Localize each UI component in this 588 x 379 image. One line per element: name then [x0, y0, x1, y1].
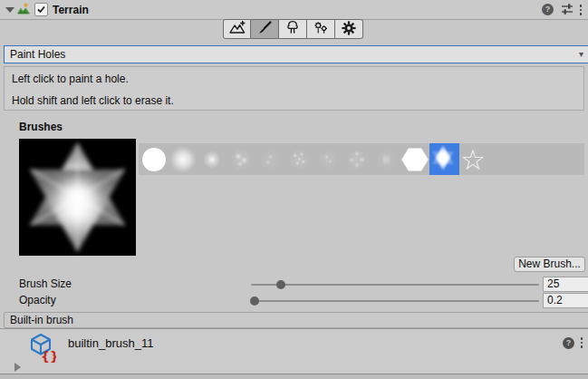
new-brush-button[interactable]: New Brush...	[514, 257, 585, 272]
help-box-line-1: Left click to paint a hole.	[12, 73, 129, 85]
tool-paint-trees-button[interactable]	[279, 19, 307, 39]
terrain-component-icon	[16, 2, 31, 19]
brush-size-slider-knob[interactable]	[276, 280, 285, 289]
terrain-tool-toolbar	[223, 19, 363, 39]
tool-paint-details-button[interactable]	[307, 19, 335, 39]
brush-asset-header: {} builtin_brush_11 ?	[0, 328, 588, 374]
brush-thumbnail[interactable]	[401, 146, 429, 173]
selected-brush-preview	[19, 139, 136, 256]
brush-size-value-field[interactable]: 25	[543, 277, 588, 292]
opacity-label: Opacity	[19, 294, 56, 306]
tool-terrain-settings-button[interactable]	[335, 19, 363, 39]
brush-size-label: Brush Size	[19, 277, 72, 290]
brush-palette: ☆	[139, 143, 584, 175]
component-enabled-checkbox[interactable]	[34, 3, 48, 16]
scriptable-object-icon: {}	[29, 333, 56, 366]
brush-thumbnail[interactable]	[285, 146, 313, 173]
brush-thumbnail[interactable]	[140, 146, 168, 173]
brush-thumbnail[interactable]	[372, 146, 400, 173]
star-outline-icon: ☆	[459, 146, 487, 173]
paint-tool-dropdown-value: Paint Holes	[10, 48, 65, 61]
brush-thumbnail[interactable]	[256, 146, 284, 173]
kebab-menu-icon[interactable]	[579, 5, 583, 15]
brush-asset-name: builtin_brush_11	[68, 336, 153, 350]
component-title: Terrain	[53, 4, 89, 16]
brush-thumbnail[interactable]	[343, 146, 371, 173]
presets-icon[interactable]	[560, 3, 574, 18]
brush-thumbnail[interactable]	[169, 146, 197, 173]
brush-thumbnail-selected[interactable]	[429, 143, 459, 175]
help-box-line-2: Hold shift and left click to erase it.	[12, 94, 174, 107]
opacity-slider-knob[interactable]	[250, 296, 259, 306]
tool-paint-terrain-button[interactable]	[251, 19, 279, 39]
terrain-inspector-panel: Terrain ?	[0, 0, 588, 379]
chevron-down-icon: ▾	[579, 46, 583, 63]
brush-thumbnail[interactable]	[198, 146, 226, 173]
panel-bottom-divider	[0, 374, 588, 379]
flowers-icon	[313, 20, 329, 38]
opacity-slider[interactable]	[251, 300, 539, 302]
tool-create-neighbor-terrains-button[interactable]	[223, 19, 251, 39]
mountain-plus-icon	[228, 20, 246, 38]
brush-thumbnail[interactable]	[314, 146, 342, 173]
paint-tool-dropdown[interactable]: Paint Holes ▾	[4, 45, 588, 63]
paintbrush-icon	[256, 20, 273, 39]
svg-text:{}: {}	[41, 349, 56, 364]
help-box: Left click to paint a hole. Hold shift a…	[4, 66, 584, 111]
brush-size-slider[interactable]	[251, 284, 539, 286]
tree-icon	[284, 20, 301, 38]
brush-asset-foldout-arrow[interactable]	[14, 363, 21, 372]
builtin-brush-bar: Built-in brush	[4, 312, 588, 328]
help-icon[interactable]: ?	[542, 4, 554, 15]
component-foldout-arrow[interactable]	[5, 7, 14, 13]
brush-thumbnail[interactable]: ☆	[459, 146, 487, 173]
gear-icon	[342, 21, 356, 38]
brushes-section-label: Brushes	[19, 121, 63, 133]
component-header: Terrain ?	[0, 0, 588, 20]
brush-thumbnail[interactable]	[227, 146, 255, 173]
kebab-menu-icon[interactable]	[580, 337, 583, 348]
opacity-value-field[interactable]: 0.2	[543, 293, 588, 308]
help-icon[interactable]: ?	[563, 337, 574, 349]
